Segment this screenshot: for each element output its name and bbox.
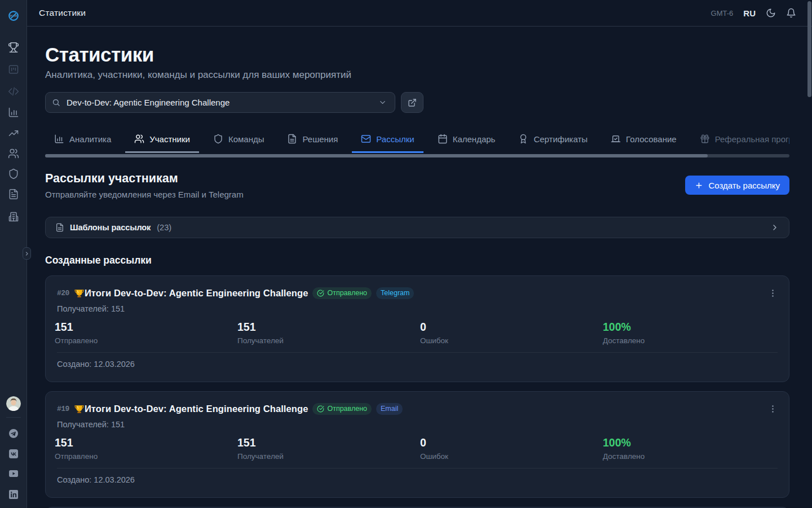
- mailings-list: #20 Итоги Dev-to-Dev: Agentic Engineerin…: [45, 275, 789, 508]
- card-menu-button[interactable]: [768, 288, 778, 298]
- vote-icon: [611, 134, 621, 144]
- user-avatar[interactable]: [6, 396, 21, 411]
- card-divider: [57, 468, 778, 468]
- timezone-label: GMT-6: [711, 9, 734, 17]
- templates-label: Шаблоны рассылок: [70, 223, 151, 232]
- stat-errors: 0 Ошибок: [420, 321, 603, 345]
- sidebar-divider: [6, 417, 21, 418]
- page-subtitle: Аналитика, участники, команды и рассылки…: [45, 69, 789, 81]
- created-date: Создано: 12.03.2026: [57, 360, 778, 369]
- tab-certificates[interactable]: Сертификаты: [509, 129, 597, 153]
- chevron-right-icon: [770, 223, 779, 232]
- channel-badge: Telegram: [376, 287, 414, 299]
- plus-icon: [695, 181, 703, 190]
- stat-delivered: 100% Доставлено: [603, 321, 785, 345]
- sidebar-item-statistics[interactable]: [8, 107, 19, 118]
- tab-referral[interactable]: Реферальная программа: [691, 129, 789, 153]
- section-subtitle: Отправляйте уведомления через Email и Te…: [45, 190, 244, 199]
- event-select[interactable]: Dev-to-Dev: Agentic Engineering Challeng…: [45, 92, 395, 113]
- templates-row[interactable]: Шаблоны рассылок (23): [45, 217, 789, 238]
- topbar: Статистики GMT-6 RU: [27, 0, 812, 27]
- status-badge: Отправлено: [312, 287, 372, 299]
- check-circle-icon: [317, 290, 324, 297]
- recipients-line: Получателей: 151: [57, 420, 778, 429]
- sidebar-item-organization[interactable]: [8, 211, 19, 222]
- stat-recipients: 151 Получателей: [237, 321, 420, 345]
- recipients-line: Получателей: 151: [57, 304, 778, 313]
- status-badge: Отправлено: [312, 403, 372, 415]
- bar-chart-icon: [54, 134, 64, 144]
- sidebar-item-teams[interactable]: [8, 168, 19, 179]
- vertical-scrollbar[interactable]: [807, 0, 811, 508]
- mailing-card: #19 Итоги Dev-to-Dev: Agentic Engineerin…: [45, 391, 789, 498]
- check-circle-icon: [317, 405, 324, 413]
- tabs-bar: Аналитика Участники Команды Решения Расс…: [45, 129, 789, 153]
- dots-vertical-icon: [768, 288, 778, 298]
- topbar-title: Статистики: [39, 8, 86, 18]
- tab-voting[interactable]: Голосование: [602, 129, 686, 153]
- youtube-icon[interactable]: [9, 470, 18, 478]
- sidebar-item-code[interactable]: [8, 86, 19, 97]
- notifications-bell-icon[interactable]: [786, 8, 796, 18]
- dots-vertical-icon: [768, 404, 778, 414]
- tab-mailings[interactable]: Рассылки: [352, 129, 423, 153]
- sidebar-item-trophy[interactable]: [8, 42, 19, 53]
- mailing-number: #20: [57, 289, 69, 297]
- tab-solutions[interactable]: Решения: [278, 129, 347, 153]
- main-content: Статистики Аналитика, участники, команды…: [27, 27, 812, 508]
- tab-teams[interactable]: Команды: [204, 129, 273, 153]
- channel-badge: Email: [376, 403, 403, 415]
- templates-count: (23): [157, 223, 171, 232]
- mailing-title: Итоги Dev-to-Dev: Agentic Engineering Ch…: [85, 288, 308, 299]
- card-divider: [57, 352, 778, 353]
- theme-toggle-moon-icon[interactable]: [766, 8, 776, 18]
- telegram-icon[interactable]: [9, 429, 18, 438]
- event-select-value: Dev-to-Dev: Agentic Engineering Challeng…: [67, 98, 372, 107]
- chevron-down-icon: [378, 98, 387, 107]
- file-text-icon: [55, 223, 64, 232]
- trophy-emoji-icon: [74, 404, 85, 414]
- brand-logo-icon[interactable]: [8, 10, 19, 21]
- created-mailings-title: Созданные рассылки: [45, 255, 789, 266]
- users-icon: [134, 134, 144, 144]
- tab-analytics[interactable]: Аналитика: [45, 129, 120, 153]
- created-date: Создано: 12.03.2026: [57, 475, 778, 484]
- open-event-external-button[interactable]: [401, 92, 423, 113]
- tab-participants[interactable]: Участники: [125, 129, 199, 153]
- page-title: Статистики: [45, 43, 789, 67]
- sidebar-item-trending[interactable]: [8, 128, 19, 139]
- stat-errors: 0 Ошибок: [420, 436, 603, 461]
- vk-icon[interactable]: [9, 449, 18, 458]
- mail-icon: [361, 134, 371, 144]
- calendar-icon: [438, 134, 448, 144]
- award-icon: [518, 134, 528, 144]
- sidebar: [0, 0, 27, 508]
- mailing-number: #19: [57, 405, 69, 413]
- sidebar-item-users[interactable]: [8, 148, 19, 159]
- section-title: Рассылки участникам: [45, 172, 244, 186]
- sidebar-collapse-button[interactable]: [23, 247, 31, 260]
- search-icon: [52, 98, 60, 107]
- stat-recipients: 151 Получателей: [237, 436, 420, 461]
- sidebar-item-documents[interactable]: [8, 189, 19, 200]
- sidebar-item-kanban[interactable]: [8, 64, 19, 75]
- mailing-card: #20 Итоги Dev-to-Dev: Agentic Engineerin…: [45, 275, 789, 382]
- language-switcher[interactable]: RU: [743, 8, 756, 18]
- tabs-scrollbar-thumb[interactable]: [45, 154, 708, 157]
- file-text-icon: [287, 134, 297, 144]
- gift-icon: [700, 134, 710, 144]
- shield-icon: [213, 134, 223, 144]
- stat-sent: 151 Отправлено: [55, 321, 237, 345]
- card-menu-button[interactable]: [768, 404, 778, 414]
- stat-sent: 151 Отправлено: [55, 436, 237, 461]
- tab-calendar[interactable]: Календарь: [429, 129, 505, 153]
- vertical-scrollbar-thumb[interactable]: [807, 1, 811, 97]
- stat-delivered: 100% Доставлено: [603, 436, 785, 461]
- mailing-title: Итоги Dev-to-Dev: Agentic Engineering Ch…: [85, 404, 308, 414]
- external-link-icon: [408, 98, 417, 107]
- tabs-horizontal-scrollbar[interactable]: [45, 154, 789, 157]
- linkedin-icon[interactable]: [9, 490, 18, 499]
- create-mailing-button[interactable]: Создать рассылку: [685, 176, 789, 195]
- trophy-emoji-icon: [74, 288, 85, 299]
